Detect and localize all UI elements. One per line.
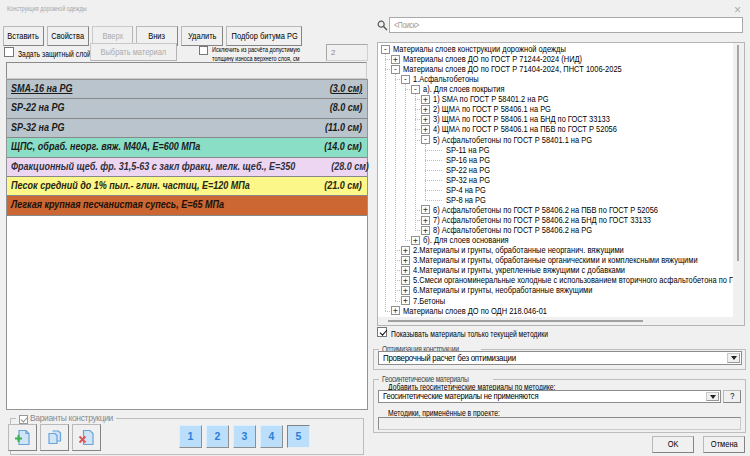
variant-button-2[interactable]: 2 [206, 425, 229, 448]
tree-item[interactable]: SP-8 на PG [446, 196, 486, 205]
tree-item[interactable]: Материалы слоев ДО по ГОСТ Р 71244-2024 … [403, 55, 582, 64]
tree-connector-stub [425, 190, 442, 191]
collapse-icon[interactable]: - [411, 85, 420, 94]
search-icon [377, 20, 388, 31]
show-current-methods-checkbox[interactable] [377, 327, 387, 337]
layer-thickness: (11.0 см) [325, 119, 362, 137]
tree-item[interactable]: 5.Смеси органоминеральные холодные с исп… [413, 276, 745, 285]
add-variant-button[interactable] [8, 424, 37, 451]
tree-item[interactable]: 5) Асфальтобетоны по ГОСТ Р 58401.1 на P… [433, 136, 592, 145]
variant-button-5[interactable]: 5 [287, 425, 310, 448]
geo-dropdown-icon[interactable] [706, 392, 719, 401]
layer-name: SP-32 на PG [11, 119, 64, 137]
collapse-icon[interactable]: - [391, 65, 400, 74]
tree-item[interactable]: 7) Асфальтобетоны по ГОСТ Р 58406.2 на Б… [433, 216, 651, 225]
layer-row[interactable]: ЩПС, обраб. неорг. вяж. М40А, Е=600 МПа(… [7, 138, 367, 157]
tree-item[interactable]: 2) ЩМА по ГОСТ Р 58406.1 на PG [433, 105, 551, 114]
variant-button-3[interactable]: 3 [233, 425, 256, 448]
tree-item[interactable]: 1.Асфальтобетоны [413, 75, 479, 84]
collapse-icon[interactable]: - [421, 135, 430, 144]
tree-item[interactable]: а). Для слоев покрытия [423, 85, 505, 94]
tree-connector-line [395, 74, 396, 301]
tree-item[interactable]: SP-11 на PG [446, 146, 489, 155]
tree-connector-stub [395, 79, 400, 80]
layer-row[interactable]: Песок средний до 1% пыл.- глин. частиц, … [7, 177, 367, 196]
expand-icon[interactable]: + [401, 296, 410, 305]
expand-icon[interactable]: + [391, 55, 400, 64]
expand-icon[interactable]: + [401, 286, 410, 295]
expand-icon[interactable]: + [421, 216, 430, 225]
expand-icon[interactable]: + [401, 246, 410, 255]
expand-icon[interactable]: + [421, 205, 430, 214]
layer-row[interactable]: Легкая крупная песчанистая супесь, Е=65 … [7, 196, 367, 215]
close-icon[interactable]: × [734, 3, 741, 17]
layer-name: Песок средний до 1% пыл.- глин. частиц, … [11, 177, 250, 195]
delete-variant-button[interactable] [72, 424, 101, 451]
variants-checkbox[interactable] [19, 415, 28, 424]
tree-item[interactable]: 6) Асфальтобетоны по ГОСТ Р 58406.2 на П… [433, 206, 658, 215]
expand-icon[interactable]: + [421, 95, 430, 104]
expand-icon[interactable]: + [421, 226, 430, 235]
tree-item[interactable]: SP-4 на PG [446, 186, 486, 195]
search-input[interactable]: <Поиск> [389, 17, 743, 33]
expand-icon[interactable]: + [401, 256, 410, 265]
optimization-dropdown-icon[interactable] [727, 353, 740, 363]
tree-hscrollbar[interactable] [378, 317, 733, 325]
collapse-icon[interactable]: - [381, 45, 390, 54]
tree-item[interactable]: 1) SMA по ГОСТ Р 58401.2 на PG [433, 95, 549, 104]
tree-item[interactable]: 4) ЩМА по ГОСТ Р 58406.1 на ПБВ по ГОСТ … [433, 125, 617, 134]
geo-methods-field[interactable] [378, 417, 741, 430]
select-material-button[interactable]: Выбрать материал [90, 43, 177, 61]
tree-item[interactable]: 4.Материалы и грунты, укрепленные вяжущи… [413, 266, 625, 275]
tree-connector-stub [415, 140, 420, 141]
variant-button-1[interactable]: 1 [179, 425, 202, 448]
copy-variant-button[interactable] [40, 424, 69, 451]
toolbar-button-2[interactable]: Свойства [47, 26, 89, 46]
expand-icon[interactable]: + [421, 105, 430, 114]
expand-icon[interactable]: + [401, 276, 410, 285]
expand-icon[interactable]: + [421, 115, 430, 124]
geo-help-button[interactable]: ? [723, 390, 741, 403]
layer-row[interactable]: SP-22 на PG(8.0 см) [7, 99, 367, 118]
tree-item[interactable]: SP-32 на PG [446, 176, 490, 185]
tree-item[interactable]: 8) Асфальтобетоны по ГОСТ Р 58406.2 на P… [433, 226, 592, 235]
tree-item[interactable]: 3) ЩМА по ГОСТ Р 58406.1 на БНД по ГОСТ … [433, 115, 610, 124]
toolbar-button-6[interactable]: Подбор битума PG [226, 26, 302, 46]
layer-row[interactable]: SMA-16 на PG(3.0 см) [7, 80, 367, 99]
layer-row[interactable]: SP-32 на PG(11.0 см) [7, 119, 367, 138]
tree-item[interactable]: 6.Материалы и грунты, необработанные вяж… [413, 286, 592, 295]
expand-icon[interactable]: + [411, 236, 420, 245]
tree-item[interactable]: Материалы слоев ДО по ГОСТ Р 71404-2024,… [403, 65, 622, 74]
expand-icon[interactable]: + [421, 125, 430, 134]
variant-button-4[interactable]: 4 [260, 425, 283, 448]
exclude-wear-checkbox[interactable] [199, 46, 208, 55]
materials-tree: -Материалы слоев конструкции дорожной од… [377, 42, 745, 326]
layer-row[interactable]: Фракционный щеб. фр. 31,5-63 с закл фрак… [7, 158, 367, 177]
tree-connector-stub [395, 280, 400, 281]
toolbar-button-5[interactable]: Удалить [181, 26, 223, 46]
tree-item[interactable]: 2.Материалы и грунты, обработанные неорг… [413, 246, 624, 255]
layer-thickness: (3.0 см) [329, 80, 362, 98]
toolbar-button-1[interactable]: Вставить [3, 26, 44, 46]
tree-item[interactable]: 3.Материалы и грунты, обработанные орган… [413, 256, 698, 265]
ok-button[interactable]: OK [652, 436, 694, 453]
tree-item[interactable]: Материалы слоев конструкции дорожной оде… [393, 45, 566, 54]
search-placeholder: <Поиск> [394, 18, 419, 32]
geo-combobox[interactable]: Геосинтетические материалы не применяютс… [378, 390, 721, 403]
cancel-button[interactable]: Отмена [703, 436, 745, 453]
protective-layer-checkbox[interactable] [4, 47, 14, 57]
tree-item[interactable]: б). Для слоев основания [423, 236, 509, 245]
tree-item[interactable]: 7.Бетоны [413, 297, 445, 306]
tree-item[interactable]: SP-22 на PG [446, 166, 490, 175]
show-current-methods-label: Показывать материалы только текущей мето… [391, 329, 548, 339]
tree-vscrollbar[interactable] [733, 43, 744, 325]
tree-item[interactable]: SP-16 на PG [446, 156, 490, 165]
optimization-combobox[interactable]: Проверочный расчет без оптимизации [378, 351, 742, 365]
tree-item[interactable]: Материалы слоев ДО по ОДН 218.046-01 [403, 307, 547, 316]
tree-connector-stub [415, 210, 420, 211]
collapse-icon[interactable]: - [401, 75, 410, 84]
expand-icon[interactable]: + [391, 306, 400, 315]
wear-thickness-input[interactable]: 2 [326, 44, 368, 61]
toolbar-button-label: Подбор битума PG [232, 27, 298, 45]
expand-icon[interactable]: + [401, 266, 410, 275]
